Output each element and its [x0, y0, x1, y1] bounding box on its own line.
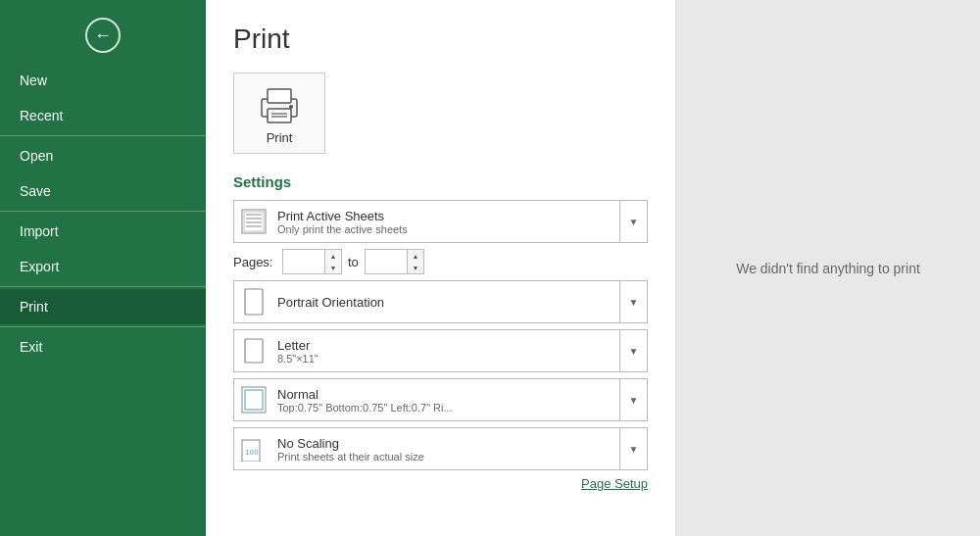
orientation-main: Portrait Orientation — [277, 295, 615, 310]
sidebar: ← New Recent Open Save Import Export — [0, 0, 206, 536]
pages-to-down[interactable]: ▼ — [408, 262, 423, 273]
pages-to-label: to — [348, 255, 359, 269]
margins-arrow: ▼ — [619, 379, 647, 420]
print-button[interactable]: Print — [233, 73, 325, 154]
paper-size-sub: 8.5"×11" — [277, 353, 615, 365]
print-scope-dropdown[interactable]: Print Active Sheets Only print the activ… — [233, 200, 648, 243]
scaling-arrow: ▼ — [619, 428, 647, 469]
svg-rect-2 — [268, 109, 291, 122]
printer-icon — [258, 87, 301, 124]
pages-to-up[interactable]: ▲ — [408, 250, 423, 262]
scaling-dropdown[interactable]: 100 No Scaling Print sheets at their act… — [233, 427, 648, 470]
print-scope-text: Print Active Sheets Only print the activ… — [273, 205, 619, 239]
sidebar-item-new[interactable]: New — [0, 63, 206, 98]
svg-rect-6 — [242, 210, 266, 233]
sidebar-item-import[interactable]: Import — [0, 214, 206, 249]
settings-heading: Settings — [233, 173, 648, 190]
orientation-text: Portrait Orientation — [273, 291, 619, 314]
margins-icon — [234, 382, 273, 417]
orientation-dropdown[interactable]: Portrait Orientation ▼ — [233, 280, 648, 323]
margins-sub: Top:0.75" Bottom:0.75" Left:0.7" Ri... — [277, 402, 615, 414]
pages-from-input[interactable]: ▲ ▼ — [282, 249, 342, 274]
print-scope-main: Print Active Sheets — [277, 209, 615, 223]
svg-point-3 — [289, 105, 293, 109]
pages-from-up[interactable]: ▲ — [325, 250, 341, 262]
sidebar-item-exit[interactable]: Exit — [0, 329, 206, 365]
paper-size-main: Letter — [277, 338, 615, 353]
paper-size-icon — [234, 334, 273, 367]
svg-rect-13 — [245, 339, 263, 363]
print-scope-sub: Only print the active sheets — [277, 223, 615, 235]
print-button-container: Print — [233, 73, 648, 154]
preview-panel: We didn't find anything to print — [676, 0, 980, 536]
scaling-icon: 100 — [234, 432, 273, 465]
page-title: Print — [233, 24, 648, 55]
pages-row: Pages: ▲ ▼ to ▲ ▼ — [233, 249, 648, 274]
print-button-label: Print — [267, 130, 293, 145]
scaling-text: No Scaling Print sheets at their actual … — [273, 432, 619, 466]
sidebar-item-open[interactable]: Open — [0, 138, 206, 173]
margins-text: Normal Top:0.75" Bottom:0.75" Left:0.7" … — [273, 383, 619, 417]
pages-from-down[interactable]: ▼ — [325, 262, 341, 273]
orientation-arrow: ▼ — [619, 281, 647, 322]
divider-1 — [0, 135, 206, 136]
pages-to-field[interactable] — [366, 250, 407, 273]
pages-from-spinner: ▲ ▼ — [324, 250, 341, 273]
sidebar-item-print[interactable]: Print — [0, 289, 206, 324]
svg-text:100: 100 — [245, 448, 259, 457]
scaling-main: No Scaling — [277, 436, 615, 451]
main-content: Print Print Settings — [206, 0, 980, 536]
scaling-sub: Print sheets at their actual size — [277, 451, 615, 463]
pages-to-input[interactable]: ▲ ▼ — [365, 249, 424, 274]
pages-to-spinner: ▲ ▼ — [407, 250, 423, 273]
pages-from-field[interactable] — [283, 250, 324, 273]
page-setup-link[interactable]: Page Setup — [233, 476, 648, 491]
margins-main: Normal — [277, 387, 615, 402]
back-icon: ← — [85, 18, 121, 53]
sidebar-item-export[interactable]: Export — [0, 249, 206, 284]
sidebar-item-recent[interactable]: Recent — [0, 98, 206, 133]
no-print-message: We didn't find anything to print — [736, 261, 920, 276]
sidebar-item-save[interactable]: Save — [0, 173, 206, 209]
divider-3 — [0, 286, 206, 287]
orientation-icon — [234, 284, 273, 319]
divider-4 — [0, 326, 206, 327]
print-scope-arrow: ▼ — [619, 201, 647, 242]
print-panel: Print Print Settings — [206, 0, 676, 536]
paper-size-arrow: ▼ — [619, 330, 647, 371]
back-button[interactable]: ← — [0, 0, 206, 63]
svg-rect-12 — [245, 289, 263, 315]
pages-label: Pages: — [233, 255, 276, 269]
divider-2 — [0, 211, 206, 212]
svg-rect-1 — [268, 89, 291, 103]
margins-dropdown[interactable]: Normal Top:0.75" Bottom:0.75" Left:0.7" … — [233, 378, 648, 421]
print-scope-icon — [234, 204, 273, 239]
paper-size-dropdown[interactable]: Letter 8.5"×11" ▼ — [233, 329, 648, 372]
paper-size-text: Letter 8.5"×11" — [273, 334, 619, 368]
nav-menu: New Recent Open Save Import Export Print — [0, 63, 206, 365]
